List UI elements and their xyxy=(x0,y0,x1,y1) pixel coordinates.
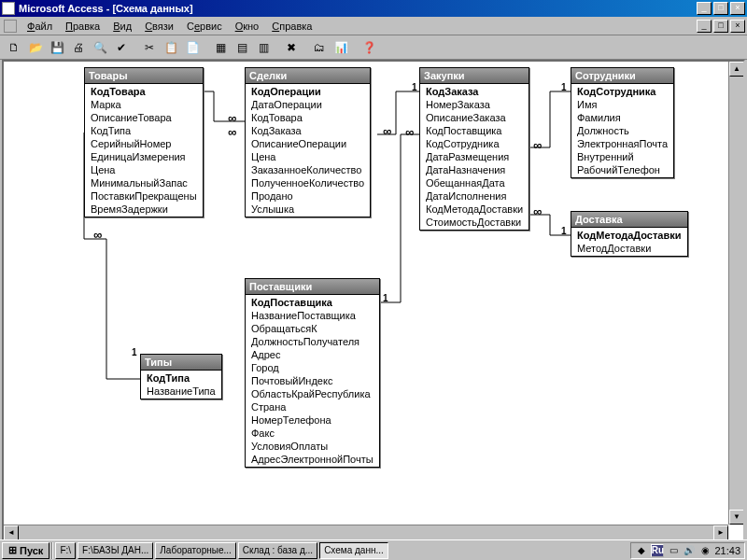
horizontal-scrollbar[interactable]: ◄ ► xyxy=(4,525,728,539)
table-sotrudniki[interactable]: СотрудникиКодСотрудникаИмяФамилияДолжнос… xyxy=(571,67,674,178)
field[interactable]: КодТовара xyxy=(85,85,203,98)
field[interactable]: КодЗаказа xyxy=(246,124,370,137)
field[interactable]: Страна xyxy=(246,400,379,413)
field[interactable]: АдресЭлектроннойПочты xyxy=(246,453,379,466)
field[interactable]: Город xyxy=(246,361,379,374)
field[interactable]: МетодДоставки xyxy=(571,242,687,255)
print-icon[interactable]: 🖨 xyxy=(68,37,89,58)
field[interactable]: КодТовара xyxy=(246,111,370,124)
table-tovary[interactable]: ТоварыКодТовараМаркаОписаниеТовараКодТип… xyxy=(84,67,204,217)
field[interactable]: Цена xyxy=(246,150,370,163)
field[interactable]: ПочтовыйИндекс xyxy=(246,374,379,387)
field[interactable]: ПолученноеКоличество xyxy=(246,176,370,189)
language-indicator[interactable]: Ru xyxy=(651,544,664,557)
mdi-minimize-button[interactable]: _ xyxy=(697,20,712,33)
new-icon[interactable]: 🗋 xyxy=(4,37,24,58)
field[interactable]: КодТипа xyxy=(85,124,203,137)
close-button[interactable]: × xyxy=(730,2,745,15)
table-header[interactable]: Сотрудники xyxy=(571,68,673,84)
field[interactable]: Марка xyxy=(85,98,203,111)
table-zakupki[interactable]: ЗакупкиКодЗаказаНомерЗаказаОписаниеЗаказ… xyxy=(419,67,529,231)
field[interactable]: Цена xyxy=(85,163,203,176)
field[interactable]: ПоставкиПрекращены xyxy=(85,189,203,203)
table-header[interactable]: Товары xyxy=(85,68,203,84)
field[interactable]: НомерТелефона xyxy=(246,413,379,427)
menu-window[interactable]: Окно xyxy=(229,19,266,34)
field[interactable]: Имя xyxy=(571,98,673,111)
field[interactable]: КодПоставщика xyxy=(420,124,529,137)
menu-relations[interactable]: Связи xyxy=(138,19,180,34)
field[interactable]: КодТипа xyxy=(141,371,221,385)
paste-icon[interactable]: 📄 xyxy=(182,37,203,58)
clock[interactable]: 21:43 xyxy=(714,545,740,556)
menu-edit[interactable]: Правка xyxy=(59,19,106,34)
show-direct-icon[interactable]: ▤ xyxy=(232,37,252,58)
field[interactable]: ДатаРазмещения xyxy=(420,150,529,163)
field[interactable]: СерийныйНомер xyxy=(85,137,203,150)
cut-icon[interactable]: ✂ xyxy=(139,37,160,58)
field[interactable]: ВремяЗадержки xyxy=(85,203,203,216)
volume-icon[interactable]: 🔊 xyxy=(683,544,696,557)
table-tipy[interactable]: ТипыКодТипаНазваниеТипа xyxy=(140,354,222,399)
table-sdelki[interactable]: СделкиКодОперацииДатаОперацииКодТовараКо… xyxy=(245,67,371,217)
scroll-down-icon[interactable]: ▼ xyxy=(729,510,744,525)
field[interactable]: КодПоставщика xyxy=(246,296,379,309)
scroll-right-icon[interactable]: ► xyxy=(713,525,728,540)
table-header[interactable]: Поставщики xyxy=(246,279,379,295)
delete-icon[interactable]: ✖ xyxy=(281,37,302,58)
field[interactable]: ДатаИсполнения xyxy=(420,189,529,203)
field[interactable]: ДатаОперации xyxy=(246,98,370,111)
menu-help[interactable]: Справка xyxy=(265,19,318,34)
tray-icon[interactable]: ◉ xyxy=(698,544,712,557)
start-button[interactable]: ⊞ Пуск xyxy=(2,542,49,559)
field[interactable]: КодОперации xyxy=(246,85,370,98)
field[interactable]: МинимальныйЗапас xyxy=(85,176,203,189)
new-object-icon[interactable]: 📊 xyxy=(331,37,351,58)
maximize-button[interactable]: □ xyxy=(713,2,728,15)
menu-service[interactable]: Сервис xyxy=(180,19,229,34)
mdi-maximize-button[interactable]: □ xyxy=(713,20,728,33)
tray-icon[interactable]: ◆ xyxy=(635,544,648,557)
field[interactable]: Должность xyxy=(571,124,673,137)
field[interactable]: ОписаниеОперации xyxy=(246,137,370,150)
field[interactable]: Услышка xyxy=(246,203,370,216)
taskbar-item[interactable]: F:\БАЗЫ ДАН... xyxy=(78,542,153,559)
save-icon[interactable]: 💾 xyxy=(47,37,67,58)
relationship-canvas[interactable]: 1 ∞ ∞ 1 ∞ 1 ∞ 1 ∞ 1 ∞ 1 ∞ ТоварыКодТовар… xyxy=(2,60,745,541)
table-dostavka[interactable]: ДоставкаКодМетодаДоставкиМетодДоставки xyxy=(571,211,688,257)
menu-view[interactable]: Вид xyxy=(106,19,138,34)
menu-file[interactable]: Файл xyxy=(21,19,59,34)
field[interactable]: ЕдиницаИзмерения xyxy=(85,150,203,163)
field[interactable]: ОбещаннаяДата xyxy=(420,176,529,189)
field[interactable]: УсловияОплаты xyxy=(246,440,379,453)
print-preview-icon[interactable]: 🔍 xyxy=(90,37,110,58)
mdi-close-button[interactable]: × xyxy=(730,20,745,33)
field[interactable]: НазваниеТипа xyxy=(141,385,221,398)
field[interactable]: НазваниеПоставщика xyxy=(246,309,379,322)
taskbar-item[interactable]: Лабораторные... xyxy=(155,542,236,559)
spellcheck-icon[interactable]: ✔ xyxy=(111,37,132,58)
vertical-scrollbar[interactable]: ▲ ▼ xyxy=(728,62,743,525)
table-header[interactable]: Типы xyxy=(141,355,221,371)
field[interactable]: КодСотрудника xyxy=(420,137,529,150)
field[interactable]: КодМетодаДоставки xyxy=(420,203,529,216)
copy-icon[interactable]: 📋 xyxy=(161,37,181,58)
table-header[interactable]: Доставка xyxy=(571,212,687,228)
field[interactable]: Внутренний xyxy=(571,150,673,163)
field[interactable]: Адрес xyxy=(246,348,379,361)
field[interactable]: ОписаниеЗаказа xyxy=(420,111,529,124)
field[interactable]: РабочийТелефон xyxy=(571,163,673,176)
taskbar-item[interactable]: F:\ xyxy=(55,542,76,559)
minimize-button[interactable]: _ xyxy=(697,2,712,15)
field[interactable]: КодЗаказа xyxy=(420,85,529,98)
field[interactable]: КодМетодаДоставки xyxy=(571,229,687,242)
table-header[interactable]: Сделки xyxy=(246,68,370,84)
open-icon[interactable]: 📂 xyxy=(25,37,46,58)
field[interactable]: Продано xyxy=(246,189,370,203)
field[interactable]: ОбластьКрайРеспублика xyxy=(246,387,379,400)
field[interactable]: ОписаниеТовара xyxy=(85,111,203,124)
field[interactable]: Факс xyxy=(246,427,379,440)
help-icon[interactable]: ❓ xyxy=(359,37,379,58)
field[interactable]: ОбращатьсяК xyxy=(246,322,379,335)
field[interactable]: КодСотрудника xyxy=(571,85,673,98)
